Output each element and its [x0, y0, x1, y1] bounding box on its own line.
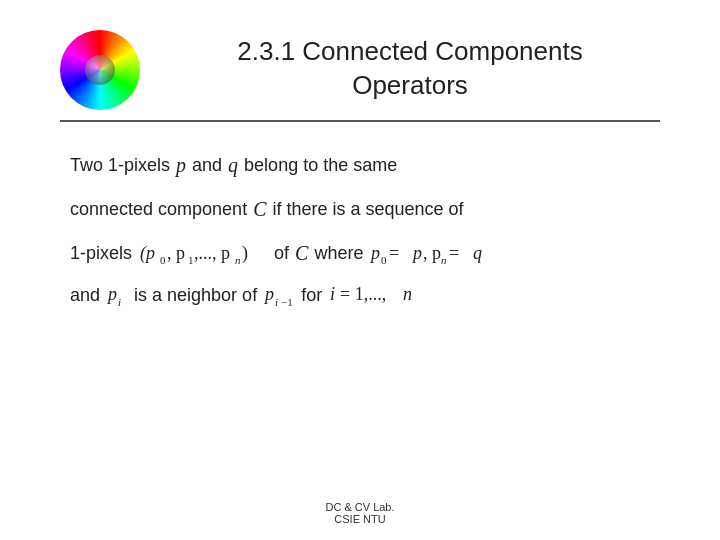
text-for: for [301, 279, 322, 311]
text-of: of [274, 237, 289, 269]
math-pi-minus1-svg: p i −1 [263, 280, 295, 310]
math-C-2: C [295, 235, 308, 271]
title-line1: 2.3.1 Connected Components [237, 36, 582, 66]
svg-text:, p: , p [423, 243, 441, 263]
svg-text:=: = [389, 243, 399, 263]
svg-text:,..., p: ,..., p [194, 243, 230, 263]
svg-text:): ) [242, 243, 248, 264]
text-and-2: and [70, 279, 100, 311]
color-wheel-icon [60, 30, 140, 110]
footer: DC & CV Lab. CSIE NTU [325, 501, 394, 525]
header-area: 2.3.1 Connected Components Operators [60, 30, 660, 110]
title-block: 2.3.1 Connected Components Operators [160, 30, 660, 103]
math-pi-svg: p i [106, 280, 128, 310]
content-line-2: connected component C if there is a sequ… [70, 191, 650, 227]
math-sequence-svg: (p 0 , p 1 ,..., p n ) [138, 237, 268, 269]
content-line-3: 1-pixels (p 0 , p 1 ,..., p n ) of C whe… [70, 235, 650, 271]
text-two-1pixels: Two 1-pixels [70, 149, 170, 181]
svg-text:i: i [118, 296, 121, 308]
text-connected-component: connected component [70, 193, 247, 225]
svg-text:n: n [403, 284, 412, 304]
svg-text:= 1,...,: = 1,..., [340, 284, 386, 304]
svg-text:−1: −1 [281, 296, 293, 308]
svg-text:n: n [235, 254, 241, 266]
math-q: q [228, 147, 238, 183]
svg-text:n: n [441, 254, 447, 266]
svg-text:p: p [106, 284, 117, 304]
slide-title: 2.3.1 Connected Components Operators [160, 35, 660, 103]
svg-text:p: p [369, 243, 380, 263]
svg-text:p: p [411, 243, 422, 263]
title-line2: Operators [352, 70, 468, 100]
svg-text:i: i [330, 284, 335, 304]
footer-lab-name: DC & CV Lab. [325, 501, 394, 513]
svg-text:i: i [275, 296, 278, 308]
svg-text:q: q [473, 243, 482, 263]
math-for-range-svg: i = 1,..., n [328, 280, 428, 310]
svg-text:0: 0 [381, 254, 387, 266]
svg-text:=: = [449, 243, 459, 263]
math-p: p [176, 147, 186, 183]
text-neighbor-of: is a neighbor of [134, 279, 257, 311]
svg-text:1: 1 [188, 254, 194, 266]
text-belong-same: belong to the same [244, 149, 397, 181]
content-line-4: and p i is a neighbor of p i −1 for i = … [70, 279, 650, 311]
content-line-1: Two 1-pixels p and q belong to the same [70, 147, 650, 183]
text-if-sequence: if there is a sequence of [272, 193, 463, 225]
slide-container: 2.3.1 Connected Components Operators Two… [0, 0, 720, 540]
text-1pixels-2: 1-pixels [70, 237, 132, 269]
svg-text:, p: , p [167, 243, 185, 263]
math-C-1: C [253, 191, 266, 227]
content-area: Two 1-pixels p and q belong to the same … [60, 147, 660, 311]
section-divider [60, 120, 660, 122]
text-and-1: and [192, 149, 222, 181]
footer-institution: CSIE NTU [325, 513, 394, 525]
svg-text:0: 0 [160, 254, 166, 266]
text-where: where [314, 237, 363, 269]
svg-text:(p: (p [140, 243, 155, 264]
math-where-svg: p 0 = p , p n = q [369, 237, 514, 269]
svg-text:p: p [263, 284, 274, 304]
